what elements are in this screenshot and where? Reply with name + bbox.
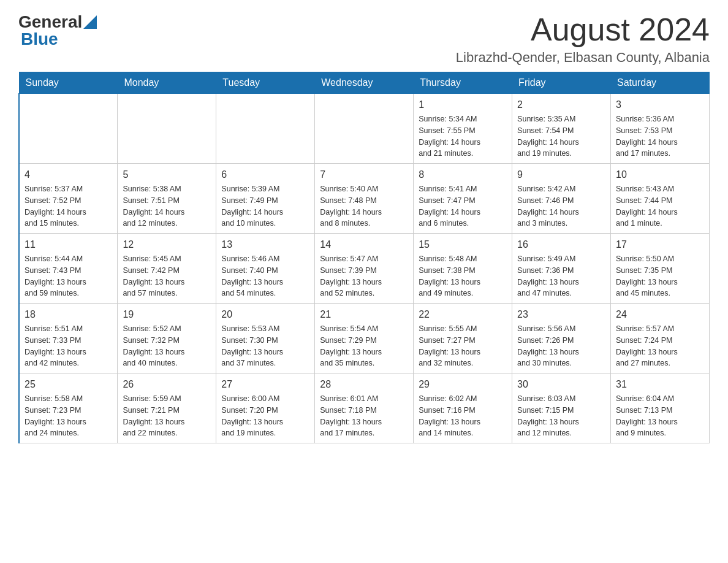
day-info: Sunrise: 5:53 AM Sunset: 7:30 PM Dayligh… <box>221 323 309 369</box>
day-number: 20 <box>221 307 309 322</box>
calendar-week-row: 11Sunrise: 5:44 AM Sunset: 7:43 PM Dayli… <box>19 234 710 304</box>
calendar-cell <box>216 94 315 164</box>
calendar-cell: 22Sunrise: 5:55 AM Sunset: 7:27 PM Dayli… <box>414 304 512 373</box>
day-info: Sunrise: 5:56 AM Sunset: 7:26 PM Dayligh… <box>517 323 605 369</box>
day-info: Sunrise: 5:46 AM Sunset: 7:40 PM Dayligh… <box>221 253 309 299</box>
weekday-header: Saturday <box>611 72 710 94</box>
day-number: 31 <box>616 377 704 392</box>
day-info: Sunrise: 5:49 AM Sunset: 7:36 PM Dayligh… <box>517 253 605 299</box>
weekday-header: Sunday <box>19 72 118 94</box>
calendar-cell: 4Sunrise: 5:37 AM Sunset: 7:52 PM Daylig… <box>19 164 118 234</box>
day-number: 2 <box>517 98 605 112</box>
day-number: 25 <box>25 377 112 392</box>
calendar-cell: 3Sunrise: 5:36 AM Sunset: 7:53 PM Daylig… <box>611 94 710 164</box>
calendar-cell: 5Sunrise: 5:38 AM Sunset: 7:51 PM Daylig… <box>118 164 216 234</box>
day-number: 12 <box>123 237 211 252</box>
day-info: Sunrise: 5:45 AM Sunset: 7:42 PM Dayligh… <box>123 253 211 299</box>
day-number: 17 <box>616 237 704 252</box>
day-info: Sunrise: 5:42 AM Sunset: 7:46 PM Dayligh… <box>517 183 605 229</box>
day-info: Sunrise: 5:37 AM Sunset: 7:52 PM Dayligh… <box>25 183 112 229</box>
day-info: Sunrise: 5:35 AM Sunset: 7:54 PM Dayligh… <box>517 113 605 159</box>
day-number: 5 <box>123 167 211 182</box>
calendar-cell: 25Sunrise: 5:58 AM Sunset: 7:23 PM Dayli… <box>19 373 118 443</box>
day-info: Sunrise: 5:59 AM Sunset: 7:21 PM Dayligh… <box>123 393 211 439</box>
calendar-week-row: 25Sunrise: 5:58 AM Sunset: 7:23 PM Dayli… <box>19 373 710 443</box>
day-info: Sunrise: 5:43 AM Sunset: 7:44 PM Dayligh… <box>616 183 704 229</box>
title-section: August 2024 Librazhd-Qender, Elbasan Cou… <box>456 12 710 66</box>
day-info: Sunrise: 5:55 AM Sunset: 7:27 PM Dayligh… <box>419 323 507 369</box>
day-info: Sunrise: 5:52 AM Sunset: 7:32 PM Dayligh… <box>123 323 211 369</box>
calendar-cell: 11Sunrise: 5:44 AM Sunset: 7:43 PM Dayli… <box>19 234 118 304</box>
calendar-cell: 1Sunrise: 5:34 AM Sunset: 7:55 PM Daylig… <box>414 94 512 164</box>
calendar-cell: 28Sunrise: 6:01 AM Sunset: 7:18 PM Dayli… <box>315 373 414 443</box>
calendar-cell: 23Sunrise: 5:56 AM Sunset: 7:26 PM Dayli… <box>512 304 611 373</box>
calendar-week-row: 1Sunrise: 5:34 AM Sunset: 7:55 PM Daylig… <box>19 94 710 164</box>
day-info: Sunrise: 5:39 AM Sunset: 7:49 PM Dayligh… <box>221 183 309 229</box>
calendar-cell: 21Sunrise: 5:54 AM Sunset: 7:29 PM Dayli… <box>315 304 414 373</box>
day-number: 21 <box>320 307 408 322</box>
calendar-cell: 20Sunrise: 5:53 AM Sunset: 7:30 PM Dayli… <box>216 304 315 373</box>
day-info: Sunrise: 6:02 AM Sunset: 7:16 PM Dayligh… <box>419 393 507 439</box>
calendar-cell: 13Sunrise: 5:46 AM Sunset: 7:40 PM Dayli… <box>216 234 315 304</box>
day-info: Sunrise: 5:57 AM Sunset: 7:24 PM Dayligh… <box>616 323 704 369</box>
day-info: Sunrise: 5:34 AM Sunset: 7:55 PM Dayligh… <box>419 113 507 159</box>
calendar-cell: 26Sunrise: 5:59 AM Sunset: 7:21 PM Dayli… <box>118 373 216 443</box>
calendar-cell: 6Sunrise: 5:39 AM Sunset: 7:49 PM Daylig… <box>216 164 315 234</box>
day-number: 23 <box>517 307 605 322</box>
day-info: Sunrise: 5:41 AM Sunset: 7:47 PM Dayligh… <box>419 183 507 229</box>
day-number: 8 <box>419 167 507 182</box>
calendar-cell: 31Sunrise: 6:04 AM Sunset: 7:13 PM Dayli… <box>611 373 710 443</box>
calendar-cell: 24Sunrise: 5:57 AM Sunset: 7:24 PM Dayli… <box>611 304 710 373</box>
day-number: 18 <box>25 307 112 322</box>
weekday-header: Wednesday <box>315 72 414 94</box>
day-number: 4 <box>25 167 112 182</box>
page-header: General Blue August 2024 Librazhd-Qender… <box>18 12 710 66</box>
day-info: Sunrise: 5:40 AM Sunset: 7:48 PM Dayligh… <box>320 183 408 229</box>
day-info: Sunrise: 6:03 AM Sunset: 7:15 PM Dayligh… <box>517 393 605 439</box>
day-number: 3 <box>616 98 704 112</box>
day-number: 16 <box>517 237 605 252</box>
month-title: August 2024 <box>456 12 710 47</box>
calendar-cell: 30Sunrise: 6:03 AM Sunset: 7:15 PM Dayli… <box>512 373 611 443</box>
calendar-cell: 8Sunrise: 5:41 AM Sunset: 7:47 PM Daylig… <box>414 164 512 234</box>
logo: General Blue <box>18 12 97 49</box>
calendar-week-row: 4Sunrise: 5:37 AM Sunset: 7:52 PM Daylig… <box>19 164 710 234</box>
calendar-cell <box>315 94 414 164</box>
day-number: 26 <box>123 377 211 392</box>
calendar-week-row: 18Sunrise: 5:51 AM Sunset: 7:33 PM Dayli… <box>19 304 710 373</box>
calendar-cell <box>19 94 118 164</box>
weekday-header: Tuesday <box>216 72 315 94</box>
day-number: 1 <box>419 98 507 112</box>
day-info: Sunrise: 6:01 AM Sunset: 7:18 PM Dayligh… <box>320 393 408 439</box>
day-number: 30 <box>517 377 605 392</box>
weekday-header: Thursday <box>414 72 512 94</box>
day-info: Sunrise: 5:44 AM Sunset: 7:43 PM Dayligh… <box>25 253 112 299</box>
weekday-header: Monday <box>118 72 216 94</box>
day-number: 19 <box>123 307 211 322</box>
day-number: 15 <box>419 237 507 252</box>
day-info: Sunrise: 5:48 AM Sunset: 7:38 PM Dayligh… <box>419 253 507 299</box>
calendar-cell: 18Sunrise: 5:51 AM Sunset: 7:33 PM Dayli… <box>19 304 118 373</box>
svg-marker-0 <box>83 15 97 29</box>
day-number: 7 <box>320 167 408 182</box>
day-number: 29 <box>419 377 507 392</box>
day-number: 10 <box>616 167 704 182</box>
day-info: Sunrise: 6:04 AM Sunset: 7:13 PM Dayligh… <box>616 393 704 439</box>
day-number: 22 <box>419 307 507 322</box>
calendar-cell: 10Sunrise: 5:43 AM Sunset: 7:44 PM Dayli… <box>611 164 710 234</box>
day-number: 6 <box>221 167 309 182</box>
calendar-cell <box>118 94 216 164</box>
calendar-table: SundayMondayTuesdayWednesdayThursdayFrid… <box>18 72 710 443</box>
calendar-cell: 29Sunrise: 6:02 AM Sunset: 7:16 PM Dayli… <box>414 373 512 443</box>
calendar-cell: 9Sunrise: 5:42 AM Sunset: 7:46 PM Daylig… <box>512 164 611 234</box>
day-info: Sunrise: 5:50 AM Sunset: 7:35 PM Dayligh… <box>616 253 704 299</box>
location-subtitle: Librazhd-Qender, Elbasan County, Albania <box>456 50 710 66</box>
day-number: 14 <box>320 237 408 252</box>
day-number: 9 <box>517 167 605 182</box>
day-info: Sunrise: 6:00 AM Sunset: 7:20 PM Dayligh… <box>221 393 309 439</box>
day-number: 24 <box>616 307 704 322</box>
calendar-cell: 16Sunrise: 5:49 AM Sunset: 7:36 PM Dayli… <box>512 234 611 304</box>
calendar-cell: 12Sunrise: 5:45 AM Sunset: 7:42 PM Dayli… <box>118 234 216 304</box>
day-info: Sunrise: 5:47 AM Sunset: 7:39 PM Dayligh… <box>320 253 408 299</box>
calendar-cell: 2Sunrise: 5:35 AM Sunset: 7:54 PM Daylig… <box>512 94 611 164</box>
